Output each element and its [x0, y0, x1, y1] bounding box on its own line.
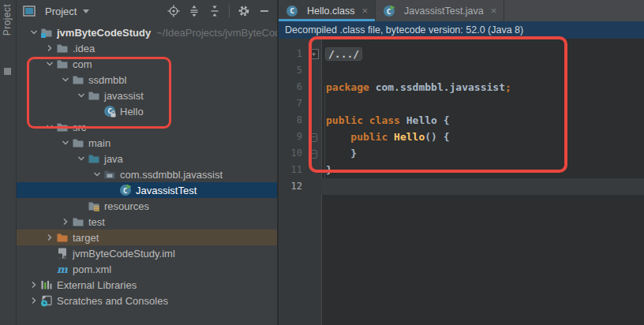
expand-all-icon[interactable] [188, 5, 200, 17]
tree-item-label: javassist [104, 90, 144, 102]
tool-window-stripe: Project [0, 0, 17, 325]
code-text[interactable]: } [321, 162, 644, 178]
fold-expand-icon[interactable]: + [309, 49, 319, 59]
folder-source-icon [88, 152, 100, 165]
code-text[interactable] [321, 95, 644, 112]
code-token: } [326, 164, 332, 176]
chevron-right-icon[interactable] [59, 215, 72, 228]
line-number: 12 [279, 178, 302, 195]
code-token: } [326, 148, 357, 159]
code-line-6[interactable]: 6package com.ssdmbbl.javassist; [279, 79, 644, 95]
code-line-1[interactable]: 1+/.../ [279, 46, 644, 62]
class-run-icon: C [383, 5, 395, 17]
tree-item-java[interactable]: java [17, 151, 277, 166]
tree-item-javassisttest[interactable]: CJavassistTest [17, 182, 277, 198]
hide-icon[interactable] [258, 5, 271, 17]
stripe-square-icon[interactable] [4, 68, 11, 75]
tree-item-ssdmbbl[interactable]: ssdmbbl [17, 72, 277, 88]
svg-text:m: m [57, 263, 68, 275]
code-line-9[interactable]: 9 public Hello() { [279, 129, 644, 145]
close-icon[interactable]: × [361, 6, 368, 16]
code-text[interactable]: /.../ [321, 46, 644, 62]
line-number: 7 [279, 95, 302, 112]
locate-icon[interactable] [167, 5, 180, 17]
folder-icon [72, 215, 84, 228]
fold-column [302, 178, 321, 195]
code-token: ; [505, 81, 511, 93]
chevron-down-icon[interactable] [83, 9, 89, 13]
chevron-down-icon[interactable] [43, 121, 56, 133]
chevron-down-icon[interactable] [59, 136, 72, 149]
code-token: package [326, 81, 376, 93]
code-text[interactable]: package com.ssdmbbl.javassist; [321, 79, 644, 95]
tree-item-test[interactable]: test [17, 214, 277, 230]
class-icon: C [286, 5, 298, 17]
code-text[interactable]: public class Hello { [321, 112, 644, 129]
tree-item-resources[interactable]: resources [17, 198, 277, 214]
settings-icon[interactable] [238, 5, 250, 17]
tree-item-target[interactable]: target [17, 230, 277, 245]
code-line-12[interactable]: 12 [279, 178, 644, 195]
project-panel-title[interactable]: Project [45, 6, 77, 17]
editor-tab-hello-class[interactable]: CHello.class× [279, 0, 376, 21]
project-tool-window-icon [23, 5, 36, 17]
twisty-spacer [91, 105, 103, 118]
fold-column: + [302, 46, 321, 62]
collapse-all-icon[interactable] [208, 5, 221, 17]
line-number: 6 [279, 79, 302, 95]
code-line-10[interactable]: 10 } [279, 145, 644, 162]
fold-marker-icon[interactable] [309, 150, 317, 159]
tree-item-main[interactable]: main [17, 135, 277, 151]
tree-item-label: jvmByteCodeStudy [57, 27, 151, 39]
code-line-7[interactable]: 7 [279, 95, 644, 112]
folder-icon [72, 73, 84, 86]
code-text[interactable]: } [321, 145, 644, 162]
code-token: public class [326, 114, 406, 126]
tree-item-com-ssdmbbl-javassist[interactable]: com.ssdmbbl.javassist [17, 166, 277, 182]
project-tree: jvmByteCodeStudy~/IdeaProjects/jvmByteCo… [17, 22, 277, 308]
tree-item-com[interactable]: com [17, 56, 277, 72]
code-text[interactable] [321, 62, 644, 79]
tree-item-src[interactable]: src [17, 119, 277, 135]
code-token: () { [425, 131, 449, 143]
tree-item-jvmbytecodestudy[interactable]: jvmByteCodeStudy~/IdeaProjects/jvmByteCo… [17, 24, 277, 40]
chevron-right-icon[interactable] [28, 294, 40, 307]
tree-item-label: test [88, 216, 105, 228]
tree-item-pom-xml[interactable]: mpom.xml [17, 261, 277, 277]
code-line-11[interactable]: 11} [279, 162, 644, 178]
maven-icon: m [56, 263, 69, 275]
code-editor[interactable]: 1+/.../56package com.ssdmbbl.javassist;7… [279, 39, 644, 325]
tree-item-scratches-and-consoles[interactable]: Scratches and Consoles [17, 293, 277, 308]
tree-item-idea[interactable]: .idea [17, 40, 277, 56]
tree-item-external-libraries[interactable]: External Libraries [17, 277, 277, 293]
chevron-down-icon[interactable] [75, 89, 88, 102]
tree-item-javassist[interactable]: javassist [17, 88, 277, 103]
tree-item-jvmbytecodestudy-iml[interactable]: jvmByteCodeStudy.iml [17, 245, 277, 261]
chevron-down-icon[interactable] [91, 168, 103, 181]
chevron-down-icon[interactable] [75, 152, 88, 165]
tree-item-label: jvmByteCodeStudy.iml [73, 248, 175, 260]
code-text[interactable]: public Hello() { [321, 129, 644, 145]
chevron-down-icon[interactable] [28, 26, 40, 39]
tree-item-label: main [88, 137, 110, 149]
code-line-8[interactable]: 8public class Hello { [279, 112, 644, 129]
fold-column [302, 62, 321, 79]
fold-marker-icon[interactable] [309, 133, 317, 142]
tree-item-label: JavassistTest [136, 185, 197, 196]
code-line-5[interactable]: 5 [279, 62, 644, 79]
editor-tab-javassisttest-java[interactable]: CJavassistTest.java× [376, 0, 504, 21]
project-stripe-label[interactable]: Project [2, 4, 13, 35]
editor-tab-bar: CHello.class×CJavassistTest.java× [279, 0, 644, 21]
fold-column [302, 79, 321, 95]
chevron-right-icon[interactable] [28, 278, 40, 291]
close-icon[interactable]: × [491, 6, 497, 16]
chevron-down-icon[interactable] [59, 73, 72, 86]
chevron-right-icon[interactable] [43, 42, 56, 54]
chevron-down-icon[interactable] [43, 58, 56, 70]
tree-item-hello[interactable]: CHello [17, 103, 277, 119]
chevron-right-icon[interactable] [43, 231, 56, 244]
twisty-spacer [107, 184, 119, 196]
iml-file-icon [56, 247, 69, 260]
code-text[interactable] [321, 178, 644, 195]
code-token: /.../ [326, 48, 361, 60]
